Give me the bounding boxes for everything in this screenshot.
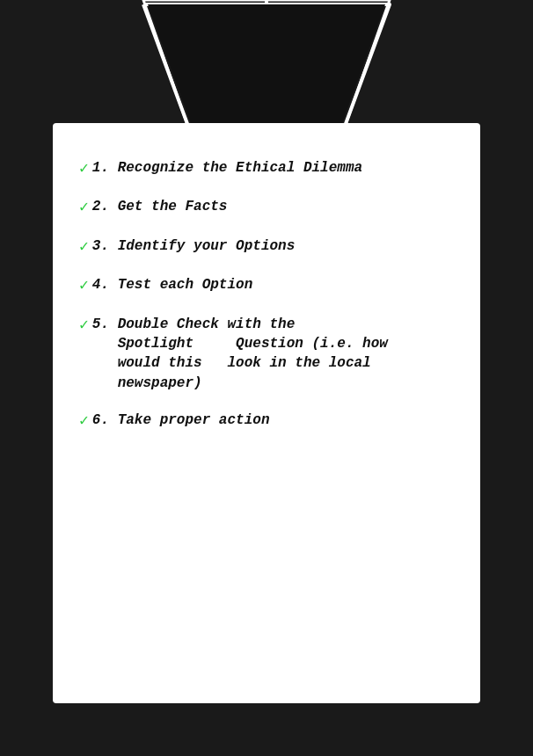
item-label-1: 1. Recognize the Ethical Dilemma <box>92 160 362 176</box>
check-mark-3: ✓ <box>79 237 89 258</box>
list-item: ✓ 1. Recognize the Ethical Dilemma <box>79 149 454 188</box>
item-text-5: 5. Double Check with the Spotlight Quest… <box>92 315 388 394</box>
item-label-2: 2. Get the Facts <box>92 199 228 214</box>
item-label-3: 3. Identify your Options <box>92 238 295 254</box>
check-mark-2: ✓ <box>79 198 89 218</box>
check-mark-1: ✓ <box>79 159 89 179</box>
list-item: ✓ 2. Get the Facts <box>79 188 454 227</box>
checklist: ✓ 1. Recognize the Ethical Dilemma ✓ 2. … <box>79 149 454 677</box>
item-label-4: 4. Test each Option <box>92 277 252 293</box>
item-label-5: 5. Double Check with the Spotlight Quest… <box>92 316 388 391</box>
check-mark-4: ✓ <box>79 276 89 296</box>
item-label-6: 6. Take proper action <box>92 412 270 428</box>
item-text-6: 6. Take proper action <box>92 411 270 430</box>
item-text-2: 2. Get the Facts <box>92 197 228 216</box>
item-text-1: 1. Recognize the Ethical Dilemma <box>92 158 362 178</box>
content-card: ✓ 1. Recognize the Ethical Dilemma ✓ 2. … <box>53 123 480 703</box>
list-item: ✓ 3. Identify your Options <box>79 228 454 266</box>
check-mark-5: ✓ <box>79 316 89 336</box>
list-item: ✓ 6. Take proper action <box>79 402 454 440</box>
list-item: ✓ 4. Test each Option <box>79 266 454 305</box>
item-text-4: 4. Test each Option <box>92 275 252 294</box>
item-text-3: 3. Identify your Options <box>92 236 295 256</box>
list-item: ✓ 5. Double Check with the Spotlight Que… <box>79 306 454 403</box>
check-mark-6: ✓ <box>79 411 89 432</box>
page-container: ✓ 1. Recognize the Ethical Dilemma ✓ 2. … <box>0 0 533 756</box>
